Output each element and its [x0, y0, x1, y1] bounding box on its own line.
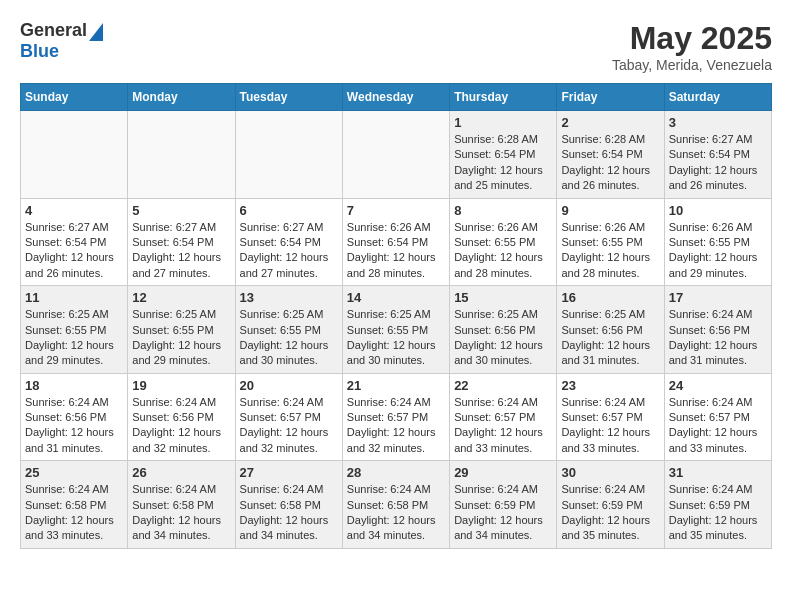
day-info: Sunrise: 6:27 AMSunset: 6:54 PMDaylight:…	[25, 220, 123, 282]
sunset-text: Sunset: 6:56 PM	[669, 323, 767, 338]
day-number: 21	[347, 378, 445, 393]
sunset-text: Sunset: 6:55 PM	[669, 235, 767, 250]
calendar-cell	[342, 111, 449, 199]
day-number: 8	[454, 203, 552, 218]
calendar-cell: 17Sunrise: 6:24 AMSunset: 6:56 PMDayligh…	[664, 286, 771, 374]
calendar-cell: 25Sunrise: 6:24 AMSunset: 6:58 PMDayligh…	[21, 461, 128, 549]
daylight-hours: Daylight: 12 hours and 26 minutes.	[669, 163, 767, 194]
daylight-hours: Daylight: 12 hours and 34 minutes.	[347, 513, 445, 544]
daylight-hours: Daylight: 12 hours and 30 minutes.	[347, 338, 445, 369]
sunrise-text: Sunrise: 6:24 AM	[561, 482, 659, 497]
daylight-hours: Daylight: 12 hours and 34 minutes.	[454, 513, 552, 544]
logo-general: General	[20, 20, 87, 40]
sunrise-text: Sunrise: 6:24 AM	[240, 482, 338, 497]
sunrise-text: Sunrise: 6:24 AM	[25, 395, 123, 410]
daylight-hours: Daylight: 12 hours and 32 minutes.	[347, 425, 445, 456]
daylight-hours: Daylight: 12 hours and 35 minutes.	[561, 513, 659, 544]
sunrise-text: Sunrise: 6:24 AM	[561, 395, 659, 410]
day-info: Sunrise: 6:24 AMSunset: 6:58 PMDaylight:…	[347, 482, 445, 544]
sunrise-text: Sunrise: 6:24 AM	[669, 307, 767, 322]
calendar-cell: 8Sunrise: 6:26 AMSunset: 6:55 PMDaylight…	[450, 198, 557, 286]
calendar-cell: 5Sunrise: 6:27 AMSunset: 6:54 PMDaylight…	[128, 198, 235, 286]
daylight-hours: Daylight: 12 hours and 25 minutes.	[454, 163, 552, 194]
day-info: Sunrise: 6:24 AMSunset: 6:57 PMDaylight:…	[240, 395, 338, 457]
calendar-table: SundayMondayTuesdayWednesdayThursdayFrid…	[20, 83, 772, 549]
sunrise-text: Sunrise: 6:27 AM	[132, 220, 230, 235]
month-title: May 2025	[612, 20, 772, 57]
calendar-cell: 28Sunrise: 6:24 AMSunset: 6:58 PMDayligh…	[342, 461, 449, 549]
day-info: Sunrise: 6:25 AMSunset: 6:55 PMDaylight:…	[132, 307, 230, 369]
sunrise-text: Sunrise: 6:27 AM	[240, 220, 338, 235]
day-number: 28	[347, 465, 445, 480]
calendar-cell: 19Sunrise: 6:24 AMSunset: 6:56 PMDayligh…	[128, 373, 235, 461]
daylight-hours: Daylight: 12 hours and 34 minutes.	[132, 513, 230, 544]
calendar-cell: 18Sunrise: 6:24 AMSunset: 6:56 PMDayligh…	[21, 373, 128, 461]
day-info: Sunrise: 6:24 AMSunset: 6:57 PMDaylight:…	[347, 395, 445, 457]
sunset-text: Sunset: 6:56 PM	[454, 323, 552, 338]
day-number: 23	[561, 378, 659, 393]
sunrise-text: Sunrise: 6:24 AM	[454, 395, 552, 410]
calendar-cell: 3Sunrise: 6:27 AMSunset: 6:54 PMDaylight…	[664, 111, 771, 199]
day-info: Sunrise: 6:27 AMSunset: 6:54 PMDaylight:…	[669, 132, 767, 194]
day-info: Sunrise: 6:27 AMSunset: 6:54 PMDaylight:…	[240, 220, 338, 282]
calendar-cell: 11Sunrise: 6:25 AMSunset: 6:55 PMDayligh…	[21, 286, 128, 374]
weekday-header-tuesday: Tuesday	[235, 84, 342, 111]
daylight-hours: Daylight: 12 hours and 34 minutes.	[240, 513, 338, 544]
daylight-hours: Daylight: 12 hours and 35 minutes.	[669, 513, 767, 544]
daylight-hours: Daylight: 12 hours and 33 minutes.	[561, 425, 659, 456]
day-number: 13	[240, 290, 338, 305]
day-info: Sunrise: 6:26 AMSunset: 6:55 PMDaylight:…	[454, 220, 552, 282]
calendar-cell: 29Sunrise: 6:24 AMSunset: 6:59 PMDayligh…	[450, 461, 557, 549]
daylight-hours: Daylight: 12 hours and 33 minutes.	[25, 513, 123, 544]
sunset-text: Sunset: 6:55 PM	[347, 323, 445, 338]
day-info: Sunrise: 6:24 AMSunset: 6:59 PMDaylight:…	[454, 482, 552, 544]
sunset-text: Sunset: 6:57 PM	[454, 410, 552, 425]
day-info: Sunrise: 6:24 AMSunset: 6:58 PMDaylight:…	[132, 482, 230, 544]
day-info: Sunrise: 6:24 AMSunset: 6:57 PMDaylight:…	[454, 395, 552, 457]
day-info: Sunrise: 6:24 AMSunset: 6:58 PMDaylight:…	[25, 482, 123, 544]
sunrise-text: Sunrise: 6:24 AM	[347, 482, 445, 497]
calendar-cell: 9Sunrise: 6:26 AMSunset: 6:55 PMDaylight…	[557, 198, 664, 286]
day-info: Sunrise: 6:24 AMSunset: 6:59 PMDaylight:…	[561, 482, 659, 544]
sunrise-text: Sunrise: 6:24 AM	[132, 395, 230, 410]
calendar-cell: 1Sunrise: 6:28 AMSunset: 6:54 PMDaylight…	[450, 111, 557, 199]
daylight-hours: Daylight: 12 hours and 33 minutes.	[669, 425, 767, 456]
day-number: 6	[240, 203, 338, 218]
sunset-text: Sunset: 6:59 PM	[561, 498, 659, 513]
sunrise-text: Sunrise: 6:25 AM	[454, 307, 552, 322]
day-info: Sunrise: 6:28 AMSunset: 6:54 PMDaylight:…	[561, 132, 659, 194]
sunset-text: Sunset: 6:59 PM	[454, 498, 552, 513]
day-info: Sunrise: 6:27 AMSunset: 6:54 PMDaylight:…	[132, 220, 230, 282]
sunrise-text: Sunrise: 6:25 AM	[561, 307, 659, 322]
weekday-header-wednesday: Wednesday	[342, 84, 449, 111]
page-header: General Blue May 2025 Tabay, Merida, Ven…	[20, 20, 772, 73]
week-row-2: 4Sunrise: 6:27 AMSunset: 6:54 PMDaylight…	[21, 198, 772, 286]
day-info: Sunrise: 6:24 AMSunset: 6:56 PMDaylight:…	[25, 395, 123, 457]
weekday-header-saturday: Saturday	[664, 84, 771, 111]
day-info: Sunrise: 6:25 AMSunset: 6:55 PMDaylight:…	[25, 307, 123, 369]
sunset-text: Sunset: 6:57 PM	[561, 410, 659, 425]
calendar-cell: 26Sunrise: 6:24 AMSunset: 6:58 PMDayligh…	[128, 461, 235, 549]
sunrise-text: Sunrise: 6:25 AM	[347, 307, 445, 322]
daylight-hours: Daylight: 12 hours and 32 minutes.	[132, 425, 230, 456]
sunrise-text: Sunrise: 6:28 AM	[561, 132, 659, 147]
day-number: 24	[669, 378, 767, 393]
daylight-hours: Daylight: 12 hours and 27 minutes.	[240, 250, 338, 281]
sunrise-text: Sunrise: 6:25 AM	[132, 307, 230, 322]
day-number: 19	[132, 378, 230, 393]
day-number: 15	[454, 290, 552, 305]
sunset-text: Sunset: 6:57 PM	[669, 410, 767, 425]
sunset-text: Sunset: 6:55 PM	[132, 323, 230, 338]
day-number: 11	[25, 290, 123, 305]
logo-blue: Blue	[20, 41, 59, 61]
daylight-hours: Daylight: 12 hours and 26 minutes.	[561, 163, 659, 194]
sunset-text: Sunset: 6:54 PM	[25, 235, 123, 250]
day-number: 12	[132, 290, 230, 305]
sunrise-text: Sunrise: 6:25 AM	[25, 307, 123, 322]
daylight-hours: Daylight: 12 hours and 28 minutes.	[347, 250, 445, 281]
day-number: 22	[454, 378, 552, 393]
week-row-1: 1Sunrise: 6:28 AMSunset: 6:54 PMDaylight…	[21, 111, 772, 199]
calendar-cell: 13Sunrise: 6:25 AMSunset: 6:55 PMDayligh…	[235, 286, 342, 374]
calendar-cell: 21Sunrise: 6:24 AMSunset: 6:57 PMDayligh…	[342, 373, 449, 461]
calendar-cell	[21, 111, 128, 199]
